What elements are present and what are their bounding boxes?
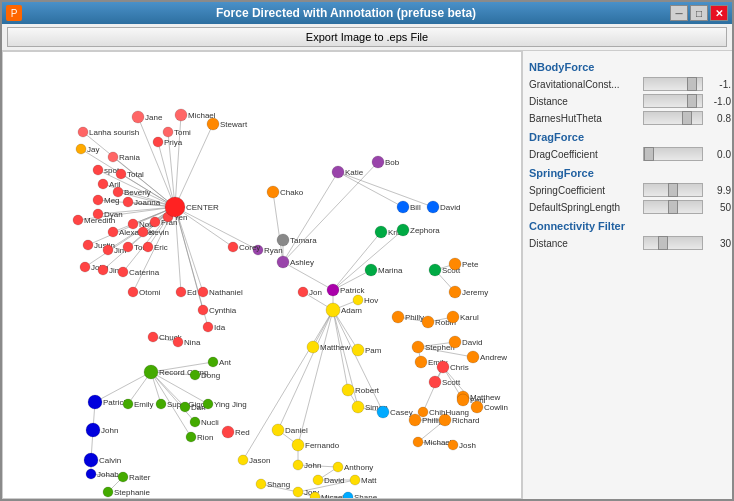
conn-distance-value: 30 [706, 238, 731, 249]
default-spring-label: DefaultSpringLength [529, 202, 639, 213]
svg-point-150 [80, 262, 90, 272]
section-spring: SpringForce [529, 167, 726, 180]
svg-text:Caterina: Caterina [129, 268, 160, 277]
svg-text:Zephora: Zephora [410, 226, 440, 235]
svg-text:Raiter: Raiter [129, 473, 151, 482]
svg-line-49 [333, 230, 403, 290]
drag-coeff-label: DragCoefficient [529, 149, 639, 160]
svg-text:Pam: Pam [365, 346, 382, 355]
svg-text:Marina: Marina [378, 266, 403, 275]
barnes-hut-label: BarnesHutTheta [529, 113, 639, 124]
drag-coeff-value: 0.0 [706, 149, 731, 160]
svg-text:Bill: Bill [410, 203, 421, 212]
control-spring-coeff: SpringCoefficient 9.9 [529, 183, 726, 197]
svg-text:Casey: Casey [390, 408, 413, 417]
default-spring-slider[interactable] [643, 200, 703, 214]
minimize-button[interactable]: ─ [670, 5, 688, 21]
svg-point-280 [238, 455, 248, 465]
svg-text:Pete: Pete [462, 260, 479, 269]
svg-text:Hov: Hov [364, 296, 378, 305]
svg-text:Fernando: Fernando [305, 441, 340, 450]
spring-coeff-slider[interactable] [643, 183, 703, 197]
svg-point-216 [449, 336, 461, 348]
window-controls: ─ □ ✕ [670, 5, 728, 21]
control-gravitational-const: GravitationalConst... -1. [529, 77, 726, 91]
control-drag-coeff: DragCoefficient 0.0 [529, 147, 726, 161]
conn-distance-slider[interactable] [643, 236, 703, 250]
svg-point-264 [186, 432, 196, 442]
svg-text:Rania: Rania [119, 153, 140, 162]
svg-point-154 [118, 267, 128, 277]
svg-point-132 [108, 227, 118, 237]
svg-text:ChihHuang: ChihHuang [429, 408, 469, 417]
svg-point-282 [103, 487, 113, 497]
svg-text:Bob: Bob [385, 158, 400, 167]
svg-text:Adam: Adam [341, 306, 362, 315]
control-barnes-hut: BarnesHutTheta 0.8 [529, 111, 726, 125]
svg-point-196 [449, 258, 461, 270]
svg-point-204 [326, 303, 340, 317]
svg-text:Total: Total [127, 170, 144, 179]
sidebar: NBodyForce GravitationalConst... -1. Dis… [522, 51, 732, 499]
maximize-button[interactable]: □ [690, 5, 708, 21]
distance-value: -1.0 [706, 96, 731, 107]
svg-text:Meg: Meg [104, 196, 120, 205]
svg-text:Otomi: Otomi [139, 288, 161, 297]
toolbar: Export Image to .eps File [2, 24, 732, 51]
gravitational-const-slider[interactable] [643, 77, 703, 91]
svg-point-212 [447, 311, 459, 323]
svg-point-252 [88, 395, 102, 409]
svg-text:Jay: Jay [87, 145, 99, 154]
barnes-hut-slider[interactable] [643, 111, 703, 125]
svg-point-224 [437, 361, 449, 373]
svg-text:Emily: Emily [134, 400, 154, 409]
svg-point-286 [333, 462, 343, 472]
svg-point-174 [277, 256, 289, 268]
default-spring-value: 50 [706, 202, 731, 213]
close-button[interactable]: ✕ [710, 5, 728, 21]
svg-point-222 [415, 356, 427, 368]
graph-panel[interactable]: JaneMichaelStewartTomiLanha sourishJayRa… [2, 51, 522, 499]
svg-point-192 [365, 264, 377, 276]
svg-point-292 [256, 479, 266, 489]
svg-text:Joanna: Joanna [134, 198, 161, 207]
svg-point-152 [98, 265, 108, 275]
svg-text:Red: Red [235, 428, 250, 437]
svg-point-136 [150, 217, 160, 227]
drag-coeff-slider[interactable] [643, 147, 703, 161]
svg-point-244 [409, 414, 421, 426]
svg-point-148 [143, 242, 153, 252]
svg-text:Stewart: Stewart [220, 120, 248, 129]
content-area: JaneMichaelStewartTomiLanha sourishJayRa… [2, 51, 732, 499]
svg-point-188 [375, 226, 387, 238]
svg-line-66 [423, 367, 443, 412]
svg-point-276 [86, 469, 96, 479]
svg-point-300 [418, 407, 428, 417]
svg-point-302 [413, 437, 423, 447]
svg-line-41 [298, 310, 333, 445]
svg-line-53 [283, 162, 378, 262]
svg-point-168 [198, 287, 208, 297]
svg-text:Meredith: Meredith [84, 216, 115, 225]
svg-point-262 [86, 423, 100, 437]
svg-point-238 [342, 384, 354, 396]
svg-point-112 [153, 137, 163, 147]
svg-point-182 [372, 156, 384, 168]
svg-text:Robert: Robert [355, 386, 380, 395]
svg-text:Ed: Ed [187, 288, 197, 297]
svg-point-122 [93, 195, 103, 205]
svg-text:Stephanie: Stephanie [114, 488, 151, 497]
svg-point-210 [422, 316, 434, 328]
svg-text:Kevin: Kevin [149, 228, 169, 237]
svg-text:Philly: Philly [405, 313, 424, 322]
svg-text:Scott: Scott [442, 378, 461, 387]
svg-point-106 [78, 127, 88, 137]
svg-text:Nathaniel: Nathaniel [209, 288, 243, 297]
spring-coeff-value: 9.9 [706, 185, 731, 196]
app-icon: P [6, 5, 22, 21]
svg-point-274 [123, 399, 133, 409]
svg-line-54 [338, 172, 403, 207]
svg-point-134 [138, 227, 148, 237]
distance-slider[interactable] [643, 94, 703, 108]
export-button[interactable]: Export Image to .eps File [7, 27, 727, 47]
